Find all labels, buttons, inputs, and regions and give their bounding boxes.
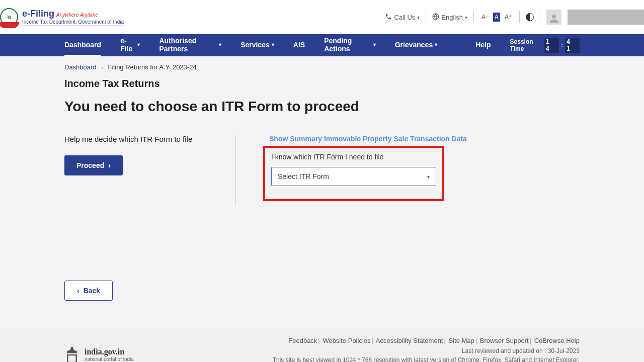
nav-grievances[interactable]: Grievances▾ (395, 35, 438, 56)
footer-india-gov-name: india.gov.in (85, 347, 134, 356)
chevron-right-icon: › (101, 64, 103, 70)
efiling-title: e-Filing (22, 9, 54, 19)
select-placeholder: Select ITR Form (278, 172, 329, 180)
emblem-icon: ☸ (0, 8, 18, 26)
proceed-label: Proceed (76, 161, 104, 169)
chevron-left-icon: ‹ (77, 287, 79, 295)
chevron-down-icon: ▾ (435, 42, 437, 47)
divider (473, 11, 474, 23)
session-seconds: 4 1 (565, 38, 580, 53)
font-normal-button[interactable]: A (493, 13, 500, 22)
nav-ais[interactable]: AIS (293, 35, 305, 56)
chevron-down-icon: ▾ (137, 42, 140, 47)
session-timer: Session Time 1 4 : 4 1 (510, 38, 580, 53)
chevron-down-icon: ▾ (272, 42, 274, 47)
ashoka-emblem-icon (64, 345, 79, 363)
section-title: Income Tax Returns (64, 78, 580, 89)
language-label: English (441, 14, 463, 21)
call-us-label: Call Us (394, 14, 415, 21)
footer-accessibility-link[interactable]: Accessibility Statement (376, 337, 443, 344)
nav-pending-actions[interactable]: Pending Actions▾ (324, 31, 376, 60)
footer-bestview: This site is best viewed in 1024 * 768 r… (134, 356, 580, 362)
breadcrumb-dashboard-link[interactable]: Dashboard (64, 63, 97, 71)
select-itr-form-dropdown[interactable]: Select ITR Form ▾ (271, 167, 436, 186)
session-label: Session Time (510, 38, 542, 52)
footer-india-gov-sub: national portal of india (85, 356, 134, 362)
divider (540, 11, 540, 23)
call-us-button[interactable]: Call Us ▾ (385, 13, 420, 22)
chevron-down-icon: ▾ (219, 42, 221, 47)
globe-icon (432, 13, 439, 22)
footer-links: Feedback| Website Policies| Accessibilit… (134, 337, 580, 344)
site-logo[interactable]: ☸ e-Filing Anywhere Anytime Income Tax D… (0, 8, 124, 26)
page-title: You need to choose an ITR Form to procee… (64, 99, 580, 115)
divider (519, 11, 520, 23)
chevron-down-icon: ▾ (417, 15, 420, 20)
proceed-button[interactable]: Proceed › (64, 155, 123, 175)
language-button[interactable]: English ▾ (432, 13, 467, 22)
footer-india-gov-logo[interactable]: india.gov.in national portal of india (64, 337, 134, 362)
session-minutes: 1 4 (544, 38, 559, 53)
chevron-right-icon: › (108, 161, 111, 169)
show-summary-link[interactable]: Show Summary Immovable Property Sale Tra… (269, 135, 580, 143)
nav-help[interactable]: Help (475, 35, 491, 56)
contrast-toggle-button[interactable] (526, 13, 534, 21)
divider (426, 11, 426, 23)
font-increase-button[interactable]: A⁺ (503, 13, 513, 22)
nav-efile[interactable]: e-File▾ (120, 31, 140, 60)
back-button[interactable]: ‹ Back (64, 281, 113, 301)
nav-authorised-partners[interactable]: Authorised Partners▾ (159, 31, 221, 60)
user-menu[interactable] (568, 10, 644, 25)
session-separator: : (561, 42, 563, 49)
breadcrumb: Dashboard › Filing Returns for A.Y. 2023… (64, 56, 580, 78)
footer-browser-link[interactable]: Browser Support (480, 337, 529, 344)
know-itr-label: I know which ITR Form I need to file (271, 153, 436, 161)
chevron-down-icon: ▾ (465, 15, 467, 20)
breadcrumb-current: Filing Returns for A.Y. 2023-24 (108, 63, 197, 71)
chevron-down-icon: ▾ (373, 42, 376, 47)
nav-dashboard[interactable]: Dashboard (64, 35, 101, 56)
itr-form-selection-box: I know which ITR Form I need to file Sel… (263, 146, 444, 201)
help-decide-text: Help me decide which ITR Form to file (64, 135, 225, 143)
footer-cobrowse-link[interactable]: CoBrowse Help (534, 337, 580, 344)
phone-icon (385, 13, 392, 22)
footer-reviewed: Last reviewed and updated on : 30-Jul-20… (134, 347, 580, 354)
caret-down-icon: ▾ (427, 174, 430, 179)
efiling-tagline: Anywhere Anytime (56, 12, 98, 18)
footer-policies-link[interactable]: Website Policies (323, 337, 370, 344)
avatar[interactable] (546, 10, 561, 25)
footer-feedback-link[interactable]: Feedback (288, 337, 317, 344)
font-decrease-button[interactable]: A⁻ (480, 13, 490, 22)
nav-services[interactable]: Services▾ (240, 35, 274, 56)
efiling-subtitle: Income Tax Department, Government of Ind… (22, 19, 124, 25)
footer-sitemap-link[interactable]: Site Map (449, 337, 474, 344)
back-label: Back (84, 287, 100, 295)
